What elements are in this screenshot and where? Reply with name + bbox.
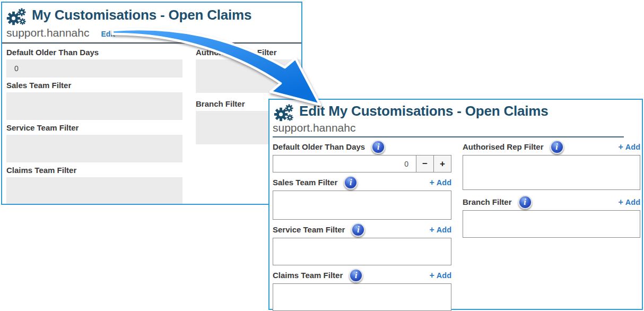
increment-button[interactable]: + — [433, 155, 451, 172]
username: support.hannahc — [6, 27, 89, 39]
add-branch-link[interactable]: + Add — [618, 197, 640, 207]
authorised-rep-filter-readonly — [196, 59, 301, 93]
service-team-filter-row: Service Team Filter i + Add — [273, 223, 451, 237]
plus-icon: + — [429, 178, 434, 187]
default-older-than-days-readonly: 0 — [6, 59, 182, 77]
plus-icon: + — [429, 225, 434, 235]
view-panel-title: My Customisations - Open Claims — [32, 7, 251, 23]
field-label-service-team-filter: Service Team Filter — [273, 224, 345, 236]
field-label-claims-team-filter: Claims Team Filter — [6, 165, 182, 176]
edit-panel: Edit My Customisations - Open Claims sup… — [268, 99, 643, 310]
sales-team-filter-readonly — [6, 92, 182, 120]
header-divider — [273, 136, 624, 137]
username: support.hannahc — [273, 122, 355, 134]
claims-team-filter-row: Claims Team Filter i + Add — [273, 269, 451, 282]
branch-filter-row: Branch Filter i + Add — [463, 195, 640, 209]
field-label-default-older-than-days: Default Older Than Days — [273, 141, 365, 153]
default-older-than-days-value: 0 — [6, 59, 182, 77]
add-claims-team-link[interactable]: + Add — [429, 271, 451, 280]
field-label-authorised-rep-filter: Authorised Rep Filter — [463, 141, 544, 153]
edit-left-column: Default Older Than Days i − + Sales Team… — [273, 140, 451, 311]
field-label-sales-team-filter: Sales Team Filter — [273, 177, 337, 188]
add-link-label: Add — [437, 226, 451, 234]
view-left-column: Default Older Than Days 0 Sales Team Fil… — [6, 47, 182, 204]
view-panel-header: My Customisations - Open Claims — [6, 7, 251, 26]
plus-icon: + — [618, 142, 623, 152]
field-label-branch-filter: Branch Filter — [463, 196, 512, 208]
info-icon[interactable]: i — [344, 176, 358, 189]
header-divider — [2, 42, 301, 44]
add-link-label: Add — [437, 178, 451, 187]
field-label-claims-team-filter: Claims Team Filter — [273, 270, 343, 281]
decrement-button[interactable]: − — [416, 155, 434, 172]
field-label-default-older-than-days: Default Older Than Days — [6, 47, 182, 58]
add-sales-team-link[interactable]: + Add — [429, 178, 451, 187]
service-team-filter-readonly — [6, 135, 182, 162]
cogs-icon — [274, 104, 295, 122]
plus-icon: + — [429, 271, 434, 280]
service-team-filter-box[interactable] — [273, 238, 451, 265]
info-icon[interactable]: i — [371, 140, 385, 154]
add-service-team-link[interactable]: + Add — [429, 225, 451, 235]
info-icon[interactable]: i — [349, 269, 363, 282]
authorised-rep-filter-box[interactable] — [463, 155, 640, 190]
edit-panel-title: Edit My Customisations - Open Claims — [299, 103, 549, 119]
view-panel-subheader: support.hannahc Edit — [6, 27, 115, 39]
edit-link[interactable]: Edit — [101, 30, 115, 38]
page: My Customisations - Open Claims support.… — [0, 0, 644, 311]
view-panel: My Customisations - Open Claims support.… — [1, 2, 302, 205]
edit-panel-subheader: support.hannahc — [273, 122, 355, 134]
cogs-icon — [6, 8, 28, 26]
add-link-label: Add — [625, 198, 640, 206]
default-older-than-days-stepper: − + — [273, 155, 451, 172]
default-older-than-days-row: Default Older Than Days i — [273, 140, 451, 154]
authorised-rep-filter-row: Authorised Rep Filter i + Add — [463, 140, 640, 154]
info-icon[interactable]: i — [518, 195, 532, 209]
info-icon[interactable]: i — [351, 223, 365, 237]
claims-team-filter-box[interactable] — [273, 283, 451, 311]
add-link-label: Add — [625, 143, 640, 151]
default-older-than-days-input[interactable] — [273, 155, 416, 172]
info-icon[interactable]: i — [550, 140, 564, 154]
field-label-sales-team-filter: Sales Team Filter — [6, 80, 182, 91]
claims-team-filter-readonly — [6, 177, 182, 204]
edit-right-column: Authorised Rep Filter i + Add Branch Fil… — [463, 140, 640, 238]
add-link-label: Add — [437, 271, 451, 280]
field-label-service-team-filter: Service Team Filter — [6, 122, 182, 134]
add-authorised-rep-link[interactable]: + Add — [618, 142, 640, 152]
sales-team-filter-box[interactable] — [273, 191, 451, 220]
sales-team-filter-row: Sales Team Filter i + Add — [273, 176, 451, 189]
plus-icon: + — [618, 197, 623, 207]
branch-filter-box[interactable] — [463, 210, 640, 238]
edit-panel-header: Edit My Customisations - Open Claims — [274, 103, 549, 122]
field-label-authorised-rep-filter: Authorised Rep Filter — [196, 47, 301, 58]
